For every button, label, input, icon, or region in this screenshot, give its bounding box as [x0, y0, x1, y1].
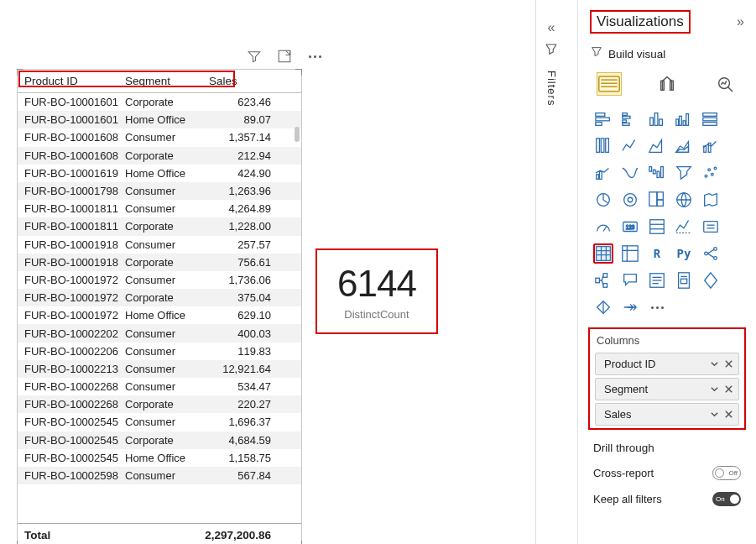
table-row[interactable]: FUR-BO-10002545 Home Office 1,158.75: [18, 449, 301, 467]
analytics-tab[interactable]: [713, 72, 738, 96]
remove-field-icon[interactable]: [724, 410, 733, 419]
viz-more-icon[interactable]: [647, 297, 667, 317]
filters-pane-collapsed[interactable]: « Filters: [544, 20, 559, 106]
viz-matrix-icon[interactable]: [620, 243, 640, 264]
table-row[interactable]: FUR-BO-10002598 Consumer 567.84: [18, 467, 301, 484]
viz-decomposition-icon[interactable]: [593, 270, 613, 290]
table-row[interactable]: FUR-BO-10001608 Corporate 212.94: [18, 147, 301, 165]
viz-qna-icon[interactable]: [620, 270, 640, 290]
col-header-product-id[interactable]: Product ID: [24, 75, 125, 87]
chevron-down-icon[interactable]: [710, 384, 719, 394]
table-row[interactable]: FUR-BO-10001601 Home Office 89.07: [18, 111, 301, 128]
table-row[interactable]: FUR-BO-10002268 Corporate 220.27: [18, 395, 301, 413]
field-well-item[interactable]: Product ID: [595, 353, 739, 375]
table-row[interactable]: FUR-BO-10001608 Consumer 1,357.14: [18, 128, 301, 146]
keep-all-filters-toggle[interactable]: On: [712, 492, 741, 506]
table-row[interactable]: FUR-BO-10001811 Corporate 1,228.00: [18, 217, 301, 235]
cell-sales: 89.07: [209, 113, 295, 126]
cell-segment: Corporate: [125, 220, 209, 233]
cell-segment: Corporate: [125, 291, 209, 304]
viz-waterfall-icon[interactable]: [647, 163, 667, 183]
viz-r-visual-icon[interactable]: R: [647, 243, 667, 264]
svg-rect-70: [603, 284, 607, 288]
viz-kpi-icon[interactable]: [674, 217, 694, 237]
table-row[interactable]: FUR-BO-10001601 Corporate 623.46: [18, 93, 301, 111]
table-row[interactable]: FUR-BO-10001918 Consumer 257.57: [18, 236, 301, 254]
table-row[interactable]: FUR-BO-10002545 Consumer 1,696.37: [18, 413, 301, 431]
viz-clustered-bar-icon[interactable]: [620, 109, 640, 129]
table-row[interactable]: FUR-BO-10001811 Consumer 4,264.89: [18, 200, 301, 217]
viz-stacked-bar-100-icon[interactable]: [701, 109, 721, 129]
viz-stacked-bar-icon[interactable]: [593, 109, 613, 129]
build-visual-tab[interactable]: [597, 72, 622, 96]
viz-donut-icon[interactable]: [620, 190, 640, 210]
cell-sales: 212.94: [209, 149, 295, 162]
cross-report-toggle[interactable]: Off: [712, 466, 741, 480]
viz-stacked-column-100-icon[interactable]: [593, 136, 613, 156]
format-visual-tab[interactable]: [655, 72, 680, 96]
field-well-item[interactable]: Sales: [595, 403, 739, 426]
svg-rect-54: [704, 222, 718, 233]
chevron-down-icon[interactable]: [710, 410, 719, 419]
cell-segment: Consumer: [125, 327, 209, 340]
col-header-sales[interactable]: Sales: [209, 75, 295, 87]
table-row[interactable]: FUR-BO-10001972 Consumer 1,736.06: [18, 271, 301, 289]
table-row[interactable]: FUR-BO-10002206 Consumer 119.83: [18, 343, 301, 360]
viz-stacked-area-icon[interactable]: [674, 136, 694, 156]
viz-paginated-icon[interactable]: [674, 270, 694, 290]
viz-line-clustered-icon[interactable]: [593, 163, 613, 183]
cell-sales: 1,263.96: [209, 185, 295, 197]
table-row[interactable]: FUR-BO-10002213 Consumer 12,921.64: [18, 360, 301, 378]
filter-icon[interactable]: [247, 49, 262, 64]
viz-key-influencers-icon[interactable]: [701, 243, 721, 264]
svg-rect-17: [654, 113, 658, 126]
viz-filled-map-icon[interactable]: [701, 190, 721, 210]
field-well-item[interactable]: Segment: [595, 378, 739, 400]
viz-funnel-icon[interactable]: [674, 163, 694, 183]
svg-rect-28: [606, 139, 609, 153]
remove-field-icon[interactable]: [724, 384, 733, 394]
chevron-down-icon[interactable]: [710, 359, 719, 369]
viz-automate-icon[interactable]: [593, 297, 613, 317]
chevron-right-icon[interactable]: »: [737, 14, 744, 29]
viz-narrative-icon[interactable]: [647, 270, 667, 290]
table-row[interactable]: FUR-BO-10001972 Corporate 375.04: [18, 289, 301, 306]
table-scrollbar[interactable]: [295, 127, 300, 142]
viz-multi-row-card-icon[interactable]: [647, 217, 667, 237]
remove-field-icon[interactable]: [724, 359, 733, 369]
viz-powerapps-icon[interactable]: [701, 270, 721, 290]
viz-table-icon[interactable]: [593, 243, 613, 264]
viz-area-icon[interactable]: [647, 136, 667, 156]
table-row[interactable]: FUR-BO-10001972 Home Office 629.10: [18, 306, 301, 324]
viz-treemap-icon[interactable]: [647, 190, 667, 210]
viz-clustered-column-icon[interactable]: [674, 109, 694, 129]
table-row[interactable]: FUR-BO-10002268 Consumer 534.47: [18, 378, 301, 395]
table-row[interactable]: FUR-BO-10001918 Corporate 756.61: [18, 254, 301, 271]
viz-stacked-column-icon[interactable]: [647, 109, 667, 129]
viz-slicer-icon[interactable]: [701, 217, 721, 237]
table-visual[interactable]: Product ID Segment Sales FUR-BO-10001601…: [17, 69, 302, 544]
viz-pie-icon[interactable]: [593, 190, 613, 210]
viz-gauge-icon[interactable]: [593, 217, 613, 237]
viz-scatter-icon[interactable]: [701, 163, 721, 183]
svg-rect-15: [623, 123, 629, 126]
viz-ribbon-icon[interactable]: [620, 163, 640, 183]
viz-arrow-icon[interactable]: [620, 297, 640, 317]
viz-map-icon[interactable]: [674, 190, 694, 210]
focus-mode-icon[interactable]: [277, 49, 292, 64]
cell-sales: 12,921.64: [209, 363, 295, 375]
col-header-segment[interactable]: Segment: [125, 75, 209, 87]
chevron-left-icon[interactable]: «: [548, 20, 555, 35]
viz-card-icon[interactable]: 123: [620, 217, 640, 237]
card-visual[interactable]: 6144 DistinctCount: [315, 248, 438, 334]
cell-sales: 1,696.37: [209, 416, 295, 428]
viz-line-icon[interactable]: [620, 136, 640, 156]
viz-line-stacked-icon[interactable]: [701, 136, 721, 156]
svg-rect-23: [703, 113, 717, 117]
table-row[interactable]: FUR-BO-10001619 Home Office 424.90: [18, 165, 301, 182]
more-options-icon[interactable]: [307, 49, 322, 64]
table-row[interactable]: FUR-BO-10002202 Consumer 400.03: [18, 324, 301, 342]
viz-py-visual-icon[interactable]: Py: [674, 243, 694, 264]
table-row[interactable]: FUR-BO-10001798 Consumer 1,263.96: [18, 182, 301, 200]
table-row[interactable]: FUR-BO-10002545 Corporate 4,684.59: [18, 432, 301, 449]
